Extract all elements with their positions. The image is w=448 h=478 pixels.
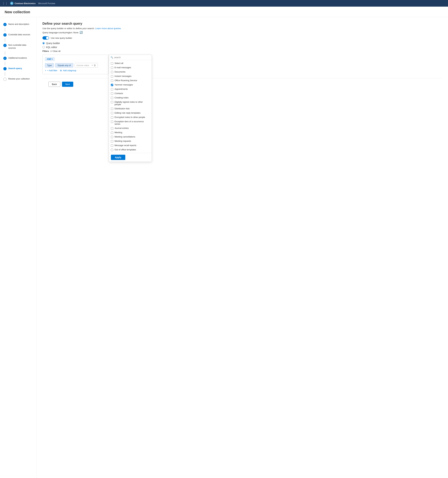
radio-kql-editor[interactable] bbox=[42, 46, 45, 48]
dropdown-item-distribution-lists[interactable]: Distribution lists bbox=[109, 107, 152, 111]
dropdown-item-meeting-requests[interactable]: Meeting requests bbox=[109, 139, 152, 143]
checkbox-exception-item[interactable] bbox=[111, 120, 113, 123]
dropdown-item-label-posting-notes: Posting notes in a folder bbox=[115, 153, 138, 153]
dropdown-item-exception-item[interactable]: Exception item of a recurrence series bbox=[109, 120, 152, 126]
page-container: New collection ✓ Name and description ✓ … bbox=[0, 7, 448, 478]
dropdown-item-email-messages[interactable]: E-mail messages bbox=[109, 65, 152, 70]
toggle-label: Use new query builder bbox=[51, 37, 72, 39]
search-input[interactable] bbox=[114, 56, 150, 59]
connector-3 bbox=[5, 51, 5, 55]
dropdown-item-select-all[interactable]: Select all bbox=[109, 61, 152, 65]
checkbox-appointments[interactable] bbox=[111, 88, 113, 90]
add-subgroup-button[interactable]: ⊞ Add subgroup bbox=[60, 69, 76, 72]
filter-value-input[interactable]: choose value ✕ 🗑 bbox=[75, 63, 98, 68]
checkbox-email-messages[interactable] bbox=[111, 67, 113, 69]
filters-row: Filters ✕ Clear all bbox=[42, 50, 442, 52]
dropdown-item-office-roaming[interactable]: Office Roaming Service bbox=[109, 78, 152, 83]
query-builder-toggle[interactable] bbox=[42, 36, 49, 40]
checkbox-message-recall[interactable] bbox=[111, 145, 113, 147]
dropdown-item-appointments[interactable]: Appointments bbox=[109, 87, 152, 91]
checkbox-meeting-requests[interactable] bbox=[111, 140, 113, 142]
sidebar-item-search-query[interactable]: Search query bbox=[0, 65, 36, 72]
dropdown-item-label-creating-notes: Creating notes bbox=[115, 96, 129, 99]
dropdown-item-meeting-cancellations[interactable]: Meeting cancellations bbox=[109, 135, 152, 139]
checkbox-documents[interactable] bbox=[111, 71, 113, 73]
dropdown-item-yammer-messages[interactable]: Yammer messages bbox=[109, 83, 152, 87]
sidebar-item-review[interactable]: Review your collection bbox=[0, 76, 36, 82]
kql-editor-radio-row: KQL editor bbox=[42, 46, 442, 49]
checkbox-creating-notes[interactable] bbox=[111, 97, 113, 99]
step-label-search-query: Search query bbox=[8, 67, 22, 70]
checkbox-instant-messages[interactable] bbox=[111, 75, 113, 77]
filter-delete-icon[interactable]: 🗑 bbox=[94, 64, 96, 67]
step-label-review: Review your collection bbox=[8, 77, 30, 80]
back-button[interactable]: Back bbox=[48, 82, 60, 87]
toggle-thumb bbox=[46, 37, 49, 39]
dropdown-item-label-office-roaming: Office Roaming Service bbox=[115, 79, 137, 82]
and-chevron-icon: ▾ bbox=[52, 58, 53, 60]
contoso-logo-icon bbox=[10, 1, 13, 5]
filter-row-type: Type Equals any of choose value ✕ 🗑 bbox=[45, 63, 106, 68]
checkbox-meeting-cancellations[interactable] bbox=[111, 136, 113, 138]
dropdown-item-digitally-signed[interactable]: Digitally signed notes to other people bbox=[109, 100, 152, 107]
checkbox-digitally-signed[interactable] bbox=[111, 101, 113, 103]
add-filter-row: + + Add filter ⊞ Add subgroup bbox=[45, 69, 106, 72]
dropdown-item-encrypted-notes[interactable]: Encrypted notes to other people bbox=[109, 115, 152, 120]
add-filter-icon: + bbox=[45, 69, 46, 72]
filters-label: Filters bbox=[42, 50, 49, 52]
dropdown-item-contacts[interactable]: Contacts bbox=[109, 91, 152, 95]
sidebar-item-non-custodial[interactable]: ✓ Non-custodial data sources bbox=[0, 42, 36, 51]
main-content-area: Define your search query Use the query b… bbox=[37, 17, 448, 478]
filter-value-clear-icon[interactable]: ✕ bbox=[91, 64, 93, 66]
checkbox-yammer-messages[interactable] bbox=[111, 84, 113, 86]
and-badge[interactable]: AND ▾ bbox=[45, 57, 55, 61]
clear-all-button[interactable]: ✕ Clear all bbox=[50, 50, 60, 52]
sidebar: ✓ Name and description ✓ Custodial data … bbox=[0, 17, 37, 478]
checkbox-journal-entries[interactable] bbox=[111, 127, 113, 130]
language-settings-icon[interactable]: 🔄 bbox=[80, 31, 83, 34]
dropdown-item-message-recall[interactable]: Message recall reports bbox=[109, 143, 152, 148]
dropdown-item-editing-rule[interactable]: Editing rule reply templates bbox=[109, 111, 152, 115]
filter-operator-badge[interactable]: Equals any of bbox=[55, 63, 73, 68]
sidebar-item-name-description[interactable]: ✓ Name and description bbox=[0, 21, 36, 28]
dropdown-item-label-digitally-signed: Digitally signed notes to other people bbox=[115, 101, 150, 106]
learn-more-link[interactable]: Learn more about queries bbox=[95, 27, 121, 30]
connector-1 bbox=[5, 28, 5, 31]
checkbox-select-all[interactable] bbox=[111, 62, 113, 65]
dropdown-item-instant-messages[interactable]: Instant messages bbox=[109, 74, 152, 78]
step-label-additional-locations: Additional locations bbox=[8, 57, 27, 59]
connector-2 bbox=[5, 38, 5, 42]
grid-icon[interactable]: ⋮⋮ bbox=[2, 1, 8, 5]
step-label-custodial: Custodial data sources bbox=[8, 33, 30, 36]
checkbox-office-roaming[interactable] bbox=[111, 80, 113, 82]
company-name: Contoso Electronics bbox=[15, 2, 35, 5]
filter-builder-area: AND ▾ Type Equals any of choose value ✕ … bbox=[42, 55, 442, 74]
next-button[interactable]: Next bbox=[62, 82, 73, 87]
checkbox-meeting[interactable] bbox=[111, 132, 113, 134]
connector-4 bbox=[5, 62, 5, 65]
dropdown-search-row: 🔍 bbox=[109, 55, 152, 60]
dropdown-item-creating-notes[interactable]: Creating notes bbox=[109, 95, 152, 100]
radio-query-builder[interactable] bbox=[42, 42, 45, 44]
dropdown-item-label-message-recall: Message recall reports bbox=[115, 144, 136, 147]
sidebar-item-custodial[interactable]: ✓ Custodial data sources bbox=[0, 31, 36, 38]
dropdown-item-documents[interactable]: Documents bbox=[109, 70, 152, 74]
dropdown-item-out-of-office[interactable]: Out of office templates bbox=[109, 148, 152, 152]
dropdown-item-label-out-of-office: Out of office templates bbox=[115, 148, 136, 151]
query-language-row: Query language-country/region: None 🔄 bbox=[42, 31, 442, 34]
checkbox-encrypted-notes[interactable] bbox=[111, 116, 113, 119]
sidebar-item-additional-locations[interactable]: ✓ Additional locations bbox=[0, 55, 36, 62]
connector-5 bbox=[5, 72, 5, 76]
clear-icon: ✕ bbox=[50, 50, 52, 52]
checkbox-contacts[interactable] bbox=[111, 92, 113, 95]
apply-button[interactable]: Apply bbox=[111, 155, 125, 160]
dropdown-item-label-meeting-cancellations: Meeting cancellations bbox=[115, 135, 135, 138]
checkbox-distribution-lists[interactable] bbox=[111, 108, 113, 110]
top-navigation: ⋮⋮ Contoso Electronics Microsoft Purview bbox=[0, 0, 448, 7]
dropdown-item-meeting[interactable]: Meeting bbox=[109, 130, 152, 135]
checkbox-editing-rule[interactable] bbox=[111, 112, 113, 114]
filter-type-badge[interactable]: Type bbox=[45, 63, 54, 68]
dropdown-item-journal-entries[interactable]: Journal entries bbox=[109, 126, 152, 130]
add-filter-button[interactable]: + + Add filter bbox=[45, 69, 57, 72]
checkbox-out-of-office[interactable] bbox=[111, 149, 113, 151]
